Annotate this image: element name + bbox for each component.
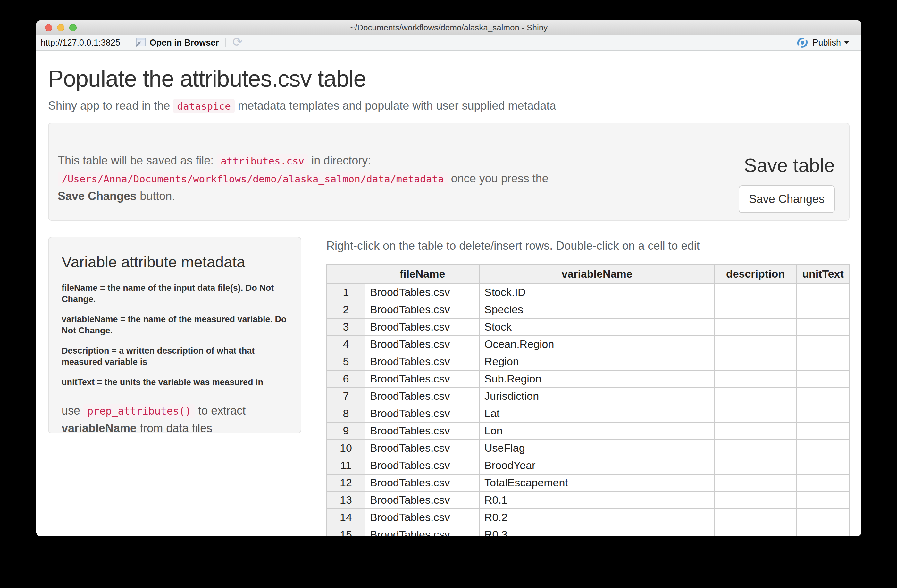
table-cell[interactable] — [797, 284, 849, 301]
row-number-cell: 1 — [327, 284, 365, 301]
table-cell[interactable]: Jurisdiction — [480, 387, 714, 405]
table-cell[interactable]: R0.3 — [480, 526, 714, 536]
table-cell[interactable] — [797, 492, 849, 509]
table-cell[interactable] — [714, 387, 797, 405]
table-cell[interactable]: UseFlag — [480, 439, 714, 457]
close-button[interactable] — [45, 24, 52, 31]
note-segment: to extract — [195, 404, 246, 417]
table-cell[interactable]: BroodTables.csv — [365, 492, 480, 509]
table-cell[interactable]: BroodTables.csv — [365, 353, 480, 370]
table-cell[interactable] — [714, 509, 797, 526]
open-in-browser-icon — [134, 37, 147, 48]
definition-text: fileName = the name of the input data fi… — [61, 282, 288, 305]
table-cell[interactable] — [714, 474, 797, 492]
table-cell[interactable] — [797, 439, 849, 457]
table-cell[interactable] — [797, 301, 849, 318]
table-cell[interactable] — [714, 353, 797, 370]
publish-button[interactable]: Publish — [796, 36, 849, 49]
window-title: ~/Documents/workflows/demo/alaska_salmon… — [350, 23, 548, 33]
table-cell[interactable]: Species — [480, 301, 714, 318]
table-cell[interactable] — [714, 422, 797, 439]
save-changes-button[interactable]: Save Changes — [739, 185, 835, 213]
table-cell[interactable] — [714, 405, 797, 422]
app-content: Populate the attributes.csv table Shiny … — [36, 51, 862, 536]
row-number-cell: 15 — [327, 526, 365, 536]
table-cell[interactable]: Sub.Region — [480, 370, 714, 387]
table-cell[interactable] — [797, 509, 849, 526]
zoom-button[interactable] — [69, 24, 77, 31]
table-cell[interactable] — [797, 474, 849, 492]
refresh-button[interactable]: ⟳ — [233, 37, 243, 49]
table-cell[interactable]: BroodTables.csv — [365, 422, 480, 439]
table-cell[interactable]: BroodTables.csv — [365, 318, 480, 336]
definition-text: Description = a written description of w… — [61, 345, 288, 368]
table-cell[interactable]: BroodYear — [480, 457, 714, 474]
table-cell[interactable]: Lon — [480, 422, 714, 439]
table-cell[interactable]: TotalEscapement — [480, 474, 714, 492]
table-cell[interactable] — [797, 526, 849, 536]
minimize-button[interactable] — [57, 24, 64, 31]
row-number-cell: 5 — [327, 353, 365, 370]
directory-path-code-chip: /Users/Anna/Documents/workflows/demo/ala… — [58, 172, 448, 186]
table-cell[interactable]: Stock — [480, 318, 714, 336]
table-cell[interactable]: R0.1 — [480, 492, 714, 509]
table-cell[interactable]: Stock.ID — [480, 284, 714, 301]
table-cell[interactable]: BroodTables.csv — [365, 526, 480, 536]
table-cell[interactable] — [714, 284, 797, 301]
table-cell[interactable]: R0.2 — [480, 509, 714, 526]
table-cell[interactable] — [714, 526, 797, 536]
table-row: 11BroodTables.csvBroodYear — [327, 457, 849, 474]
table-cell[interactable] — [714, 336, 797, 353]
table-cell[interactable]: BroodTables.csv — [365, 284, 480, 301]
table-cell[interactable]: BroodTables.csv — [365, 336, 480, 353]
table-cell[interactable] — [797, 422, 849, 439]
table-row: 3BroodTables.csvStock — [327, 318, 849, 336]
table-cell[interactable]: BroodTables.csv — [365, 387, 480, 405]
subtitle-text: metadata templates and populate with use… — [235, 99, 556, 112]
table-cell[interactable] — [714, 457, 797, 474]
table-cell[interactable] — [797, 387, 849, 405]
table-row: 4BroodTables.csvOcean.Region — [327, 336, 849, 353]
column-header: fileName — [365, 265, 480, 284]
table-cell[interactable]: BroodTables.csv — [365, 439, 480, 457]
panel-title: Variable attribute metadata — [61, 253, 288, 271]
table-row: 14BroodTables.csvR0.2 — [327, 509, 849, 526]
table-row: 10BroodTables.csvUseFlag — [327, 439, 849, 457]
table-cell[interactable]: Lat — [480, 405, 714, 422]
table-cell[interactable] — [714, 370, 797, 387]
definition-text: unitText = the units the variable was me… — [61, 377, 288, 388]
row-number-cell: 6 — [327, 370, 365, 387]
table-cell[interactable] — [797, 457, 849, 474]
prep-attributes-note: use prep_attributes() to extract variabl… — [61, 402, 288, 438]
save-info-segment: in directory: — [308, 154, 371, 167]
table-row: 7BroodTables.csvJurisdiction — [327, 387, 849, 405]
table-cell[interactable]: BroodTables.csv — [365, 457, 480, 474]
variable-name-emphasis: variableName — [61, 422, 136, 435]
publish-label: Publish — [812, 38, 841, 48]
table-cell[interactable] — [797, 353, 849, 370]
main-row: Variable attribute metadata fileName = t… — [48, 237, 850, 536]
table-cell[interactable] — [714, 318, 797, 336]
chevron-down-icon — [844, 41, 849, 44]
table-cell[interactable] — [714, 301, 797, 318]
table-cell[interactable]: BroodTables.csv — [365, 301, 480, 318]
save-info-text: This table will be saved as file: attrib… — [58, 152, 571, 205]
open-in-browser-label: Open in Browser — [150, 38, 219, 48]
table-cell[interactable] — [797, 336, 849, 353]
table-cell[interactable]: BroodTables.csv — [365, 370, 480, 387]
table-row: 1BroodTables.csvStock.ID — [327, 284, 849, 301]
table-cell[interactable]: Region — [480, 353, 714, 370]
table-cell[interactable]: BroodTables.csv — [365, 509, 480, 526]
dataspice-code-chip: dataspice — [173, 99, 235, 113]
table-cell[interactable]: Ocean.Region — [480, 336, 714, 353]
table-cell[interactable]: BroodTables.csv — [365, 474, 480, 492]
prep-attributes-code-chip: prep_attributes() — [83, 404, 195, 418]
table-cell[interactable] — [797, 370, 849, 387]
open-in-browser-button[interactable]: Open in Browser — [134, 37, 219, 48]
table-cell[interactable] — [714, 492, 797, 509]
table-cell[interactable] — [714, 439, 797, 457]
table-cell[interactable] — [797, 405, 849, 422]
table-cell[interactable] — [797, 318, 849, 336]
table-cell[interactable]: BroodTables.csv — [365, 405, 480, 422]
table-row: 15BroodTables.csvR0.3 — [327, 526, 849, 536]
